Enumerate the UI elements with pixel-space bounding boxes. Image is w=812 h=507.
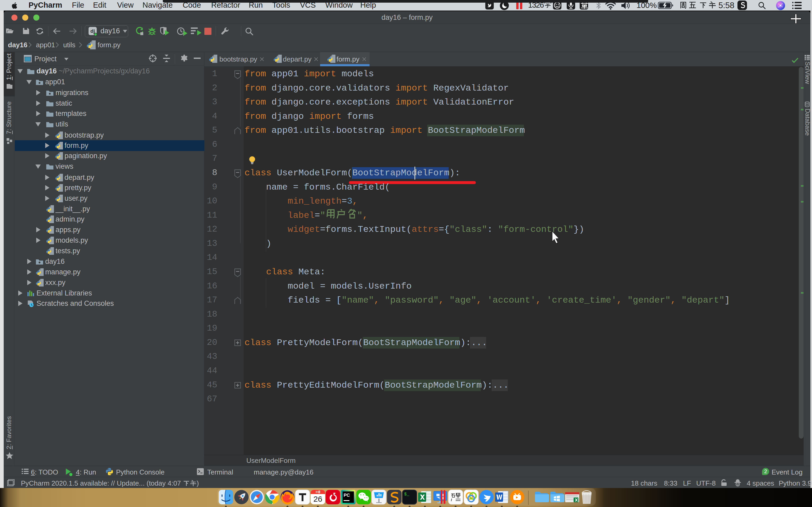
svg-text:26: 26 [313,495,322,503]
svg-text:PC: PC [344,493,350,498]
svg-text:$_: $_ [404,492,409,497]
